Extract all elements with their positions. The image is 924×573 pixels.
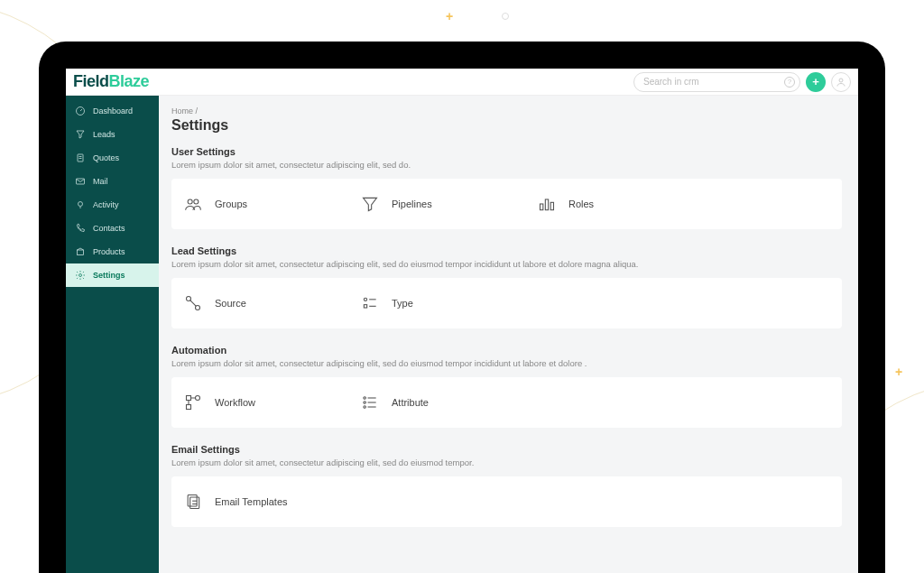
section-desc: Lorem ipsum dolor sit amet, consectetur …: [171, 457, 842, 467]
svg-point-9: [79, 274, 82, 277]
breadcrumb[interactable]: Home /: [171, 106, 842, 116]
sidebar-item-label: Products: [93, 247, 125, 256]
svg-rect-19: [364, 305, 366, 308]
svg-point-24: [364, 397, 366, 400]
sidebar-item-label: Settings: [93, 271, 125, 280]
topbar: FieldBlaze ? +: [66, 69, 858, 96]
sidebar-item-activity[interactable]: Activity: [66, 193, 159, 217]
mail-icon: [75, 176, 86, 187]
svg-rect-31: [190, 497, 199, 509]
card-label: Source: [215, 298, 246, 309]
card-label: Pipelines: [392, 199, 432, 209]
workflow-icon: [184, 393, 202, 411]
svg-rect-21: [187, 396, 191, 401]
card-label: Groups: [215, 199, 247, 209]
sidebar-item-label: Activity: [93, 200, 119, 209]
bulb-icon: [75, 199, 86, 210]
card-label: Type: [392, 298, 413, 309]
svg-point-17: [364, 298, 366, 300]
section-title: User Settings: [171, 146, 842, 157]
funnel-icon: [361, 195, 379, 213]
sidebar-item-dashboard[interactable]: Dashboard: [66, 99, 159, 123]
section-desc: Lorem ipsum dolor sit amet, consectetur …: [171, 160, 842, 170]
card-type[interactable]: Type: [361, 294, 538, 312]
svg-point-11: [194, 199, 199, 204]
sidebar: Dashboard Leads Quotes Mail Activity: [66, 96, 159, 573]
sidebar-item-label: Contacts: [93, 224, 125, 233]
sidebar-item-leads[interactable]: Leads: [66, 123, 159, 146]
type-icon: [361, 294, 379, 312]
card-attribute[interactable]: Attribute: [361, 393, 538, 411]
search-input[interactable]: [633, 72, 800, 92]
card-label: Email Templates: [215, 496, 288, 507]
svg-rect-2: [78, 154, 83, 162]
svg-point-26: [364, 402, 366, 404]
app-screen: FieldBlaze ? + Dashboard: [66, 69, 858, 573]
section-email-settings: Email Settings Lorem ipsum dolor sit ame…: [171, 444, 842, 527]
logo: FieldBlaze: [73, 72, 149, 91]
gear-icon: [75, 270, 86, 281]
card-pipelines[interactable]: Pipelines: [361, 195, 538, 213]
sidebar-item-quotes[interactable]: Quotes: [66, 146, 159, 170]
groups-icon: [184, 195, 202, 213]
sidebar-item-label: Dashboard: [93, 106, 133, 116]
svg-rect-5: [77, 179, 85, 184]
svg-point-6: [79, 202, 83, 207]
section-title: Lead Settings: [171, 245, 842, 256]
sidebar-item-label: Mail: [93, 177, 108, 186]
svg-rect-23: [187, 405, 191, 410]
svg-point-22: [196, 396, 200, 401]
source-icon: [184, 294, 202, 312]
sidebar-item-products[interactable]: Products: [66, 240, 159, 263]
device-frame: FieldBlaze ? + Dashboard: [39, 42, 885, 573]
attribute-icon: [361, 393, 379, 411]
user-icon: [836, 77, 846, 88]
main-content: Home / Settings User Settings Lorem ipsu…: [159, 96, 858, 573]
svg-point-0: [839, 79, 843, 82]
sidebar-item-label: Quotes: [93, 153, 119, 162]
svg-point-28: [364, 406, 366, 409]
svg-point-10: [188, 199, 192, 204]
user-avatar-button[interactable]: [831, 72, 851, 92]
document-icon: [75, 152, 86, 163]
card-row: Source Type: [171, 278, 842, 328]
box-icon: [75, 246, 86, 257]
card-row: Email Templates: [171, 476, 842, 527]
card-label: Roles: [568, 199, 594, 209]
sidebar-item-mail[interactable]: Mail: [66, 170, 159, 193]
section-desc: Lorem ipsum dolor sit amet, consectetur …: [171, 358, 842, 368]
card-workflow[interactable]: Workflow: [184, 393, 361, 411]
gauge-icon: [75, 106, 86, 116]
card-label: Attribute: [392, 397, 429, 408]
templates-icon: [184, 493, 202, 511]
add-button[interactable]: +: [806, 72, 826, 92]
sidebar-item-contacts[interactable]: Contacts: [66, 217, 159, 240]
sidebar-item-label: Leads: [93, 130, 116, 139]
section-user-settings: User Settings Lorem ipsum dolor sit amet…: [171, 146, 842, 229]
section-desc: Lorem ipsum dolor sit amet, consectetur …: [171, 259, 842, 269]
help-icon[interactable]: ?: [784, 77, 795, 88]
svg-rect-8: [78, 250, 84, 255]
svg-rect-12: [541, 204, 543, 210]
section-title: Email Settings: [171, 444, 842, 455]
search-wrap: ?: [633, 72, 800, 92]
chart-icon: [538, 195, 556, 213]
card-label: Workflow: [215, 397, 255, 408]
card-source[interactable]: Source: [184, 294, 361, 312]
page-title: Settings: [171, 117, 842, 134]
card-email-templates[interactable]: Email Templates: [184, 493, 361, 511]
card-groups[interactable]: Groups: [184, 195, 361, 213]
section-title: Automation: [171, 345, 842, 356]
funnel-icon: [75, 129, 86, 140]
section-automation: Automation Lorem ipsum dolor sit amet, c…: [171, 345, 842, 428]
svg-rect-13: [545, 199, 548, 210]
card-roles[interactable]: Roles: [538, 195, 715, 213]
svg-rect-14: [550, 202, 553, 209]
sidebar-item-settings[interactable]: Settings: [66, 263, 159, 287]
card-row: Groups Pipelines Roles: [171, 179, 842, 229]
section-lead-settings: Lead Settings Lorem ipsum dolor sit amet…: [171, 245, 842, 328]
card-row: Workflow Attribute: [171, 377, 842, 428]
phone-icon: [75, 223, 86, 234]
